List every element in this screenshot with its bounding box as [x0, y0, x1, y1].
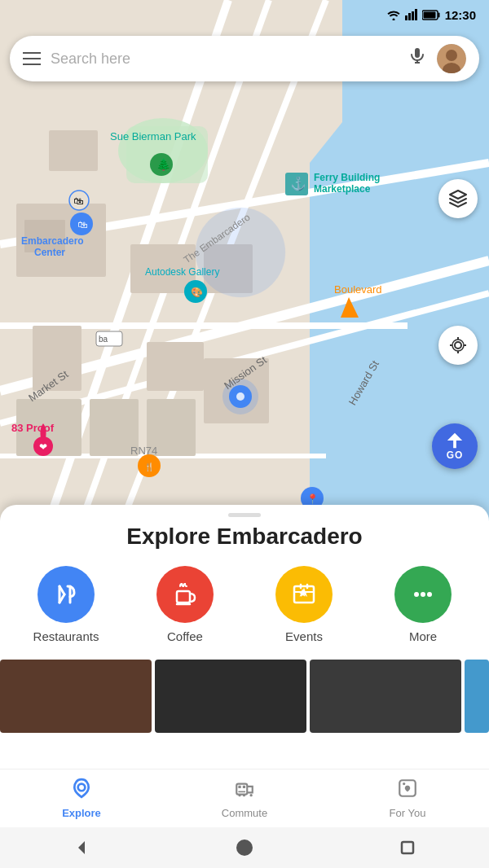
search-input[interactable]: Search here — [51, 50, 398, 68]
svg-marker-102 — [78, 841, 85, 854]
coffee-label: Coffee — [167, 629, 203, 643]
drag-handle[interactable] — [228, 513, 261, 517]
go-button[interactable]: GO — [432, 423, 478, 469]
events-circle — [275, 566, 333, 623]
nav-commute[interactable]: Commute — [163, 778, 326, 819]
layers-button[interactable] — [438, 179, 478, 218]
svg-point-74 — [455, 342, 461, 349]
svg-marker-80 — [447, 433, 462, 448]
explore-title: Explore Embarcadero — [0, 524, 489, 550]
svg-rect-3 — [415, 9, 417, 20]
battery-icon — [422, 10, 440, 20]
explore-label: Explore — [62, 807, 101, 819]
svg-point-97 — [238, 794, 240, 796]
svg-text:Boulevard: Boulevard — [334, 283, 382, 296]
svg-text:🛍: 🛍 — [77, 219, 87, 230]
layers-icon — [448, 189, 468, 208]
svg-text:🎨: 🎨 — [191, 286, 203, 298]
location-icon — [448, 335, 468, 355]
restaurants-circle — [37, 566, 95, 623]
nav-explore[interactable]: Explore — [0, 778, 163, 819]
svg-rect-28 — [49, 130, 98, 171]
svg-rect-2 — [412, 11, 414, 20]
svg-rect-94 — [238, 786, 240, 788]
svg-text:🍴: 🍴 — [144, 462, 155, 472]
svg-marker-73 — [450, 191, 466, 199]
hamburger-icon[interactable] — [23, 52, 41, 65]
svg-text:ba: ba — [99, 335, 108, 344]
svg-point-101 — [403, 783, 405, 785]
search-bar[interactable]: Search here — [10, 36, 479, 81]
svg-point-103 — [236, 840, 253, 856]
navigation-arrow-icon — [446, 432, 464, 449]
more-circle — [394, 566, 452, 623]
svg-text:Marketplace: Marketplace — [314, 183, 371, 195]
svg-point-89 — [414, 592, 419, 597]
nav-for-you[interactable]: For You — [326, 778, 489, 819]
svg-text:🌲: 🌲 — [156, 158, 171, 172]
avatar[interactable] — [437, 44, 466, 73]
back-button[interactable] — [72, 838, 91, 857]
events-label: Events — [285, 629, 323, 643]
svg-rect-95 — [243, 786, 245, 788]
svg-text:RN74: RN74 — [130, 445, 157, 457]
svg-point-92 — [78, 784, 86, 791]
svg-rect-104 — [402, 842, 413, 853]
category-coffee[interactable]: Coffee — [140, 566, 230, 643]
for-you-label: For You — [390, 807, 426, 819]
status-icons — [386, 9, 440, 20]
home-button[interactable] — [235, 838, 254, 857]
svg-rect-67 — [415, 48, 420, 58]
svg-rect-6 — [423, 11, 435, 18]
svg-rect-93 — [236, 784, 247, 795]
commute-label: Commute — [222, 807, 267, 819]
svg-text:📍: 📍 — [306, 493, 319, 505]
for-you-icon — [397, 778, 418, 804]
svg-point-98 — [243, 794, 245, 796]
coffee-circle — [156, 566, 214, 623]
place-thumb-3[interactable] — [310, 660, 461, 733]
wifi-icon — [386, 9, 401, 20]
place-thumb-4[interactable] — [465, 660, 489, 733]
svg-rect-5 — [438, 12, 439, 17]
svg-rect-22 — [147, 342, 204, 391]
category-events[interactable]: Events — [259, 566, 349, 643]
svg-text:❤: ❤ — [39, 441, 47, 453]
system-nav — [0, 827, 489, 868]
more-label: More — [409, 629, 437, 643]
svg-text:Autodesk Gallery: Autodesk Gallery — [145, 266, 219, 278]
svg-rect-85 — [177, 591, 190, 603]
signal-icon — [405, 9, 418, 20]
place-thumbnails — [0, 660, 489, 733]
svg-point-91 — [427, 592, 432, 597]
category-restaurants[interactable]: Restaurants — [21, 566, 111, 643]
location-button[interactable] — [438, 326, 478, 365]
svg-text:⚓: ⚓ — [290, 176, 306, 191]
recents-button[interactable] — [398, 838, 417, 857]
svg-text:Center: Center — [34, 247, 65, 258]
place-thumb-1[interactable] — [0, 660, 152, 733]
svg-text:Embarcadero: Embarcadero — [21, 235, 84, 247]
category-row: Restaurants Coffee — [0, 566, 489, 643]
status-bar: 12:30 — [0, 0, 489, 29]
svg-text:Sue Bierman Park: Sue Bierman Park — [110, 130, 196, 142]
svg-point-99 — [250, 794, 253, 796]
restaurants-label: Restaurants — [33, 629, 99, 643]
category-more[interactable]: More — [378, 566, 468, 643]
explore-icon — [71, 778, 92, 804]
svg-text:Ferry Building: Ferry Building — [314, 172, 380, 183]
svg-point-71 — [446, 50, 457, 61]
time-display: 12:30 — [445, 8, 476, 22]
svg-text:83 Proof: 83 Proof — [11, 422, 55, 434]
svg-rect-0 — [405, 15, 408, 20]
place-thumb-2[interactable] — [155, 660, 306, 733]
go-label: GO — [447, 449, 464, 461]
svg-point-90 — [421, 592, 425, 597]
mic-icon[interactable] — [408, 46, 427, 71]
svg-text:🛍: 🛍 — [73, 195, 83, 207]
commute-icon — [234, 778, 255, 804]
bottom-nav: Explore Commute For You — [0, 769, 489, 827]
svg-rect-1 — [408, 13, 411, 20]
